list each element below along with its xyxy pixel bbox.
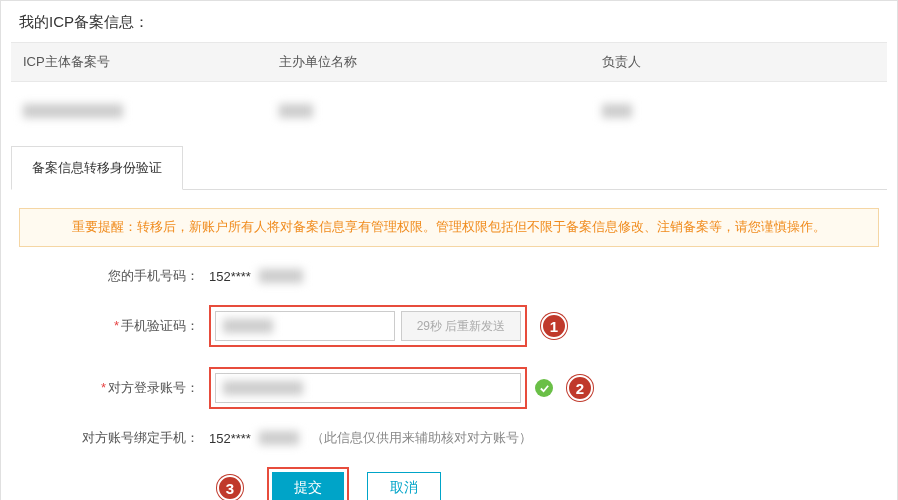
label-verify-code: *手机验证码： [19,317,209,335]
label-target-account: *对方登录账号： [19,379,209,397]
table-header: ICP主体备案号 主办单位名称 负责人 [11,42,887,82]
your-phone-prefix: 152**** [209,269,251,284]
button-row: 3 提交 取消 [217,467,879,500]
redacted-value: x [602,104,632,118]
redacted-value: x [23,104,123,118]
required-mark: * [101,380,106,395]
row-verify-code: *手机验证码： x 29秒 后重新发送 1 [19,305,879,347]
section-title: 我的ICP备案信息： [1,1,897,42]
tabs: 备案信息转移身份验证 [11,145,887,190]
warning-notice: 重要提醒：转移后，新账户所有人将对备案信息享有管理权限。管理权限包括但不限于备案… [19,208,879,247]
submit-button[interactable]: 提交 [272,472,344,500]
label-bound-phone: 对方账号绑定手机： [19,429,209,447]
highlight-box-1: x 29秒 后重新发送 [209,305,527,347]
bound-phone-hint: （此信息仅供用来辅助核对对方账号） [311,430,532,447]
cancel-button[interactable]: 取消 [367,472,441,500]
redacted-value: x [223,381,303,395]
transfer-form: 您的手机号码： 152****x *手机验证码： x 29秒 后重新发送 1 [1,267,897,500]
redacted-value: x [259,431,299,445]
resend-code-button[interactable]: 29秒 后重新发送 [401,311,521,341]
table-row: x x x [11,82,887,145]
check-circle-icon [535,379,553,397]
annotation-badge-3: 3 [217,475,243,500]
redacted-value: x [259,269,303,283]
bound-phone-prefix: 152**** [209,431,251,446]
highlight-box-2: x [209,367,527,409]
row-bound-phone: 对方账号绑定手机： 152****x （此信息仅供用来辅助核对对方账号） [19,429,879,447]
annotation-badge-1: 1 [541,313,567,339]
row-your-phone: 您的手机号码： 152****x [19,267,879,285]
row-target-account: *对方登录账号： x 2 [19,367,879,409]
redacted-value: x [279,104,313,118]
required-mark: * [114,318,119,333]
annotation-badge-2: 2 [567,375,593,401]
th-icp-number: ICP主体备案号 [23,53,279,71]
highlight-box-3: 提交 [267,467,349,500]
th-org-name: 主办单位名称 [279,53,603,71]
redacted-value: x [223,319,273,333]
icp-info-table: ICP主体备案号 主办单位名称 负责人 x x x [11,42,887,145]
tab-identity-verify[interactable]: 备案信息转移身份验证 [11,146,183,190]
th-owner: 负责人 [602,53,875,71]
label-your-phone: 您的手机号码： [19,267,209,285]
